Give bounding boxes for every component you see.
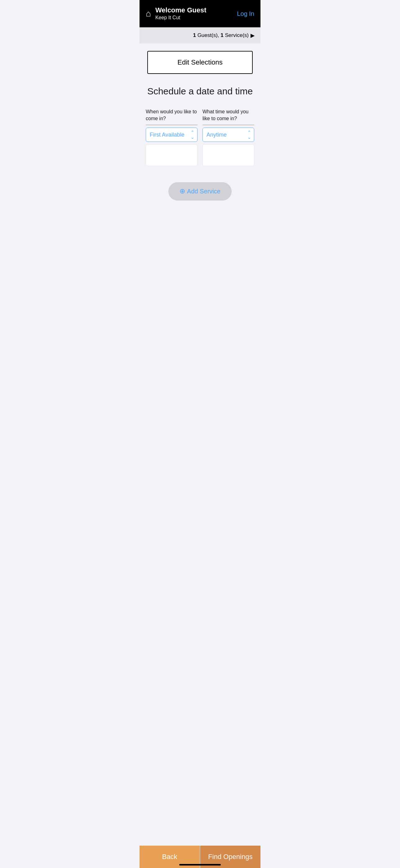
login-button[interactable]: Log In: [237, 10, 254, 18]
header-welcome-text: Welcome Guest: [155, 6, 206, 14]
summary-arrow-icon: ▶: [251, 33, 254, 38]
summary-text: 1 Guest(s), 1 Service(s): [193, 32, 249, 38]
datetime-row: When would you like to come in? First Av…: [146, 108, 254, 176]
main-content: Edit Selections Schedule a date and time…: [139, 43, 261, 238]
time-column: What time would you like to come in? Any…: [202, 108, 254, 176]
time-empty-box: [202, 144, 254, 166]
when-select-wrapper: First Available Today Tomorrow This Week…: [146, 128, 198, 142]
when-select[interactable]: First Available Today Tomorrow This Week: [146, 128, 198, 142]
header-left: ⌂ Welcome Guest Keep It Cut: [146, 6, 206, 21]
time-label: What time would you like to come in?: [202, 108, 254, 125]
schedule-heading: Schedule a date and time: [146, 85, 254, 97]
when-label: When would you like to come in?: [146, 108, 198, 125]
app-header: ⌂ Welcome Guest Keep It Cut Log In: [139, 0, 261, 27]
when-column: When would you like to come in? First Av…: [146, 108, 198, 176]
header-subtitle-text: Keep It Cut: [155, 14, 206, 21]
add-service-icon: ⊕: [179, 188, 185, 195]
home-icon: ⌂: [146, 9, 151, 18]
when-empty-box: [146, 144, 198, 166]
add-service-label: Add Service: [187, 188, 221, 195]
header-text-block: Welcome Guest Keep It Cut: [155, 6, 206, 21]
summary-bar[interactable]: 1 Guest(s), 1 Service(s) ▶: [139, 27, 261, 43]
add-service-button[interactable]: ⊕ Add Service: [168, 182, 232, 200]
time-select[interactable]: Anytime Morning Afternoon Evening: [202, 128, 254, 142]
edit-selections-button[interactable]: Edit Selections: [147, 51, 253, 74]
time-select-wrapper: Anytime Morning Afternoon Evening ⌃⌄: [202, 128, 254, 142]
